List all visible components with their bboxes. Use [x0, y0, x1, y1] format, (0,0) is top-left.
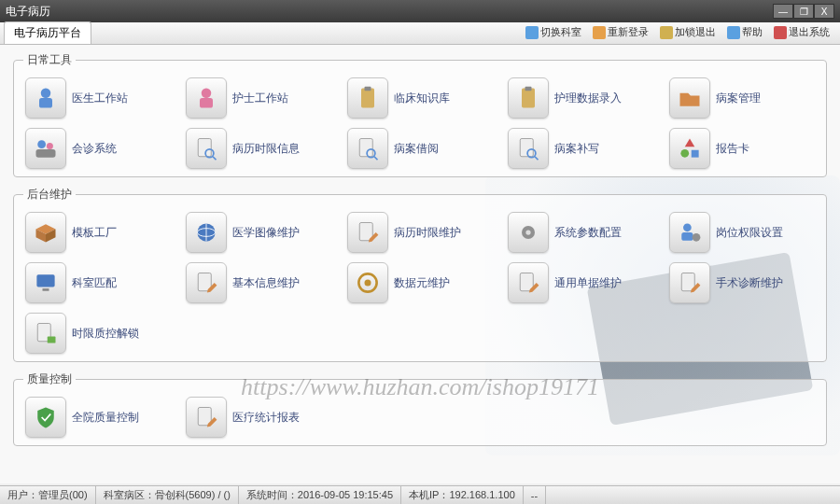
launcher-item-daily-9[interactable]: 报告卡	[667, 126, 817, 171]
relogin-button[interactable]: 重新登录	[588, 22, 653, 42]
doctor-icon	[25, 77, 66, 119]
svg-point-30	[692, 233, 700, 242]
relogin-icon	[593, 26, 606, 39]
grid-maint: 模板工厂医学图像维护病历时限维护系统参数配置岗位权限设置科室匹配基本信息维护数据…	[23, 210, 817, 356]
launcher-item-daily-3[interactable]: 护理数据录入	[506, 76, 655, 120]
launcher-label: 基本信息维护	[232, 275, 300, 291]
launcher-label: 病案管理	[716, 91, 761, 106]
svg-rect-5	[364, 87, 371, 91]
section-quality: 质量控制 全院质量控制医疗统计报表	[13, 371, 827, 446]
svg-rect-10	[36, 149, 56, 158]
svg-point-2	[202, 89, 212, 99]
launcher-label: 系统参数配置	[554, 225, 622, 241]
launcher-item-maint-2[interactable]: 病历时限维护	[345, 210, 495, 255]
doc-search-icon	[186, 128, 227, 169]
svg-rect-17	[520, 139, 533, 157]
launcher-item-daily-6[interactable]: 病历时限信息	[184, 126, 333, 171]
globe-icon	[186, 212, 227, 253]
launcher-label: 护士工作站	[232, 91, 288, 106]
launcher-item-daily-8[interactable]: 病案补写	[506, 126, 655, 171]
nurse-icon	[186, 77, 227, 119]
switch-dept-button[interactable]: 切换科室	[521, 22, 586, 42]
svg-rect-29	[681, 232, 693, 241]
svg-rect-39	[48, 337, 56, 343]
doc-lock-icon	[25, 313, 66, 354]
doc-edit-icon	[186, 397, 227, 438]
user-gear-icon	[669, 212, 710, 253]
svg-point-8	[37, 140, 46, 148]
svg-rect-1	[39, 98, 52, 108]
launcher-label: 模板工厂	[72, 225, 117, 241]
at-icon	[347, 262, 388, 303]
tab-emr-platform[interactable]: 电子病历平台	[4, 21, 91, 44]
launcher-label: 病历时限信息	[232, 141, 300, 157]
launcher-label: 科室匹配	[72, 275, 117, 291]
section-daily-title: 日常工具	[23, 52, 76, 68]
maximize-button[interactable]: ❐	[793, 4, 814, 19]
launcher-item-maint-4[interactable]: 岗位权限设置	[667, 210, 817, 255]
window-controls: — ❐ X	[773, 4, 834, 19]
launcher-item-maint-9[interactable]: 手术诊断维护	[667, 260, 817, 305]
doc-edit-icon	[186, 262, 227, 303]
launcher-item-maint-3[interactable]: 系统参数配置	[506, 210, 655, 255]
help-icon	[727, 26, 740, 39]
launcher-item-quality-0[interactable]: 全院质量控制	[23, 395, 173, 440]
folder-icon	[669, 77, 710, 119]
launcher-label: 全院质量控制	[72, 410, 139, 426]
launcher-item-maint-8[interactable]: 通用单据维护	[506, 260, 655, 305]
section-maintenance-title: 后台维护	[23, 187, 76, 203]
close-button[interactable]: X	[814, 4, 834, 19]
doc-search-icon	[508, 128, 549, 169]
svg-point-28	[683, 223, 692, 231]
launcher-label: 医学图像维护	[232, 225, 300, 241]
launcher-item-daily-7[interactable]: 病案借阅	[345, 126, 495, 171]
status-dept: 科室病区：骨创科(5609) / ()	[96, 486, 239, 504]
window-title: 电子病历	[6, 4, 50, 20]
minimize-button[interactable]: —	[773, 4, 793, 19]
clipboard-icon	[347, 77, 388, 119]
box-icon	[25, 212, 66, 253]
switch-dept-icon	[525, 26, 539, 39]
svg-point-20	[680, 149, 689, 158]
status-time: 系统时间：2016-09-05 19:15:45	[239, 486, 401, 504]
lock-exit-button[interactable]: 加锁退出	[655, 22, 721, 42]
launcher-label: 通用单据维护	[554, 275, 622, 291]
section-maintenance: 后台维护 模板工厂医学图像维护病历时限维护系统参数配置岗位权限设置科室匹配基本信…	[13, 187, 827, 362]
launcher-item-maint-6[interactable]: 基本信息维护	[184, 260, 333, 305]
svg-rect-14	[359, 139, 372, 157]
launcher-label: 手术诊断维护	[716, 275, 783, 291]
doc-edit-icon	[669, 262, 710, 303]
launcher-label: 会诊系统	[72, 141, 117, 157]
launcher-item-quality-1[interactable]: 医疗统计报表	[184, 395, 333, 440]
doc-edit-icon	[508, 262, 549, 303]
launcher-item-maint-7[interactable]: 数据元维护	[345, 260, 495, 305]
svg-rect-32	[43, 288, 49, 291]
svg-point-35	[364, 280, 371, 287]
monitor-icon	[25, 262, 66, 303]
launcher-item-maint-1[interactable]: 医学图像维护	[184, 210, 333, 255]
people-icon	[25, 128, 66, 169]
launcher-item-daily-4[interactable]: 病案管理	[667, 76, 817, 120]
launcher-item-maint-0[interactable]: 模板工厂	[23, 210, 173, 255]
svg-point-9	[47, 143, 53, 149]
svg-rect-11	[199, 139, 212, 157]
exit-icon	[774, 26, 787, 39]
launcher-item-maint-5[interactable]: 科室匹配	[23, 260, 173, 305]
launcher-item-daily-1[interactable]: 护士工作站	[184, 76, 333, 120]
help-button[interactable]: 帮助	[722, 22, 767, 42]
exit-system-button[interactable]: 退出系统	[769, 22, 834, 42]
toolbar-right: 切换科室 重新登录 加锁退出 帮助 退出系统	[521, 22, 840, 42]
launcher-item-maint-10[interactable]: 时限质控解锁	[23, 311, 173, 356]
launcher-item-daily-0[interactable]: 医生工作站	[23, 76, 173, 120]
doc-edit-icon	[347, 212, 388, 253]
svg-line-19	[535, 157, 539, 161]
launcher-label: 病案借阅	[394, 141, 439, 157]
svg-line-13	[213, 157, 217, 161]
launcher-item-daily-5[interactable]: 会诊系统	[23, 126, 173, 171]
lock-icon	[660, 26, 673, 39]
launcher-label: 护理数据录入	[554, 91, 622, 106]
section-daily-tools: 日常工具 医生工作站护士工作站临床知识库护理数据录入病案管理会诊系统病历时限信息…	[13, 52, 827, 177]
launcher-item-daily-2[interactable]: 临床知识库	[345, 76, 495, 120]
status-ip: 本机IP：192.168.1.100	[401, 486, 524, 504]
svg-rect-31	[36, 274, 54, 287]
